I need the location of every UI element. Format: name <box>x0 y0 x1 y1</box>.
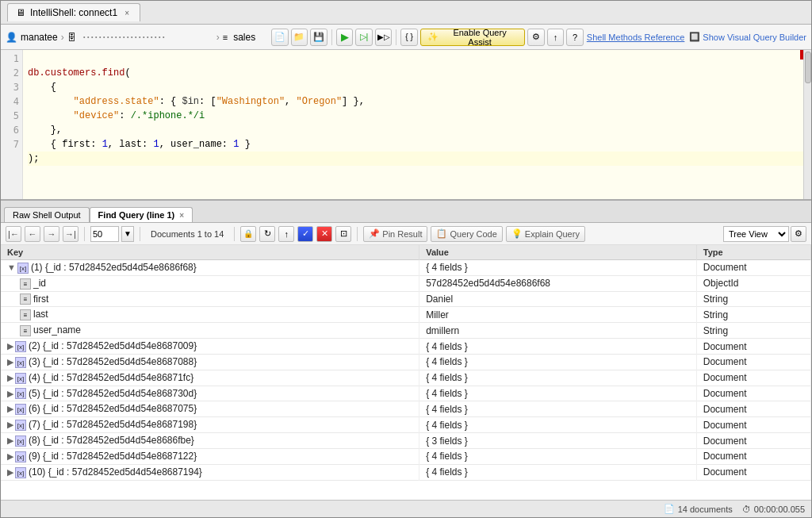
refresh-icon: ↻ <box>264 228 271 239</box>
run-more-button[interactable]: ▶▷ <box>375 29 393 46</box>
help-button[interactable]: ? <box>566 29 584 46</box>
table-row[interactable]: ≡lastMillerString <box>1 307 811 323</box>
open-folder-icon: 📁 <box>293 32 304 42</box>
nav-last-button[interactable]: →| <box>63 226 79 242</box>
vqb-label: Show Visual Query Builder <box>703 33 806 42</box>
cell-type: Document <box>696 417 810 433</box>
cell-key: ≡user_name <box>1 323 419 339</box>
cell-value: { 4 fields } <box>419 370 697 386</box>
table-row[interactable]: ≡firstDanielString <box>1 291 811 307</box>
table-row[interactable]: ▶[x](9) {_id : 57d28452ed5d4d54e8687122}… <box>1 448 811 464</box>
query-settings-button[interactable]: ⚙ <box>527 29 545 46</box>
view-mode-select[interactable]: Tree View Table View JSON View <box>723 226 789 242</box>
cell-value: Daniel <box>419 291 697 307</box>
table-row[interactable]: ▶[x](3) {_id : 57d28452ed5d4d54e8687088}… <box>1 354 811 370</box>
docs-info: Documents 1 to 14 <box>146 229 228 239</box>
copy-button[interactable]: ✓ <box>297 226 313 242</box>
status-doc-count: 📄 14 documents <box>664 504 733 514</box>
query-code-button[interactable]: 📋 Query Code <box>431 226 502 242</box>
run-more-icon: ▶▷ <box>377 33 390 41</box>
run-icon: ▶ <box>341 31 349 43</box>
lock-button[interactable]: 🔒 <box>240 226 256 242</box>
query-code-icon: 📋 <box>436 228 447 239</box>
doc-count-icon: 📄 <box>664 504 675 514</box>
cell-type: Document <box>696 448 810 464</box>
tab-find-label: Find Query (line 1) <box>98 210 175 220</box>
nav-next-button[interactable]: → <box>44 226 59 242</box>
breadcrumb-sep2: ····················· <box>82 29 166 45</box>
table-row[interactable]: ≡_id57d28452ed5d4d54e8686f68ObjectId <box>1 275 811 291</box>
delete-button[interactable]: ✕ <box>316 226 332 242</box>
tab-find-query[interactable]: Find Query (line 1) × <box>90 207 193 222</box>
editor-content[interactable]: db.customers.find( { "address.state": { … <box>23 50 811 199</box>
editor-scrollbar[interactable] <box>803 50 811 199</box>
title-tab-label: IntelliShell: connect1 <box>30 7 117 18</box>
run-step-button[interactable]: ▷| <box>355 29 373 46</box>
tab-find-close[interactable]: × <box>179 211 184 220</box>
nav-prev-icon: ← <box>29 229 37 239</box>
title-tab[interactable]: 🖥 IntelliShell: connect1 × <box>7 3 140 21</box>
time-label: 00:00:00.055 <box>754 505 805 514</box>
db-icon: ≡ <box>223 33 228 42</box>
nav-prev-button[interactable]: ← <box>25 226 40 242</box>
table-row[interactable]: ▶[x](2) {_id : 57d28452ed5d4d54e8687009}… <box>1 339 811 355</box>
cell-key: ≡first <box>1 291 419 307</box>
open-folder-button[interactable]: 📁 <box>291 29 308 46</box>
breadcrumb-sep3: › <box>216 32 220 43</box>
save-button[interactable]: 💾 <box>310 29 327 46</box>
shell-methods-ref-button[interactable]: Shell Methods Reference <box>587 33 685 42</box>
copy-icon: ✓ <box>302 228 309 239</box>
export2-button[interactable]: ↑ <box>278 226 294 242</box>
cell-type: Document <box>696 433 810 449</box>
filter-button[interactable]: ⊡ <box>335 226 351 242</box>
cell-type: Document <box>696 464 810 480</box>
run-button[interactable]: ▶ <box>336 29 354 46</box>
nav-first-icon: |← <box>8 229 19 239</box>
col-type: Type <box>696 245 810 260</box>
error-indicator <box>800 50 803 59</box>
refresh-button[interactable]: ↻ <box>259 226 275 242</box>
cell-key: ▶[x](7) {_id : 57d28452ed5d4d54e8687198} <box>1 417 419 433</box>
nav-next-icon: → <box>48 229 56 239</box>
table-row[interactable]: ▶[x](4) {_id : 57d28452ed5d4d54e86871fc}… <box>1 370 811 386</box>
explain-label: Explain Query <box>525 229 580 239</box>
new-file-button[interactable]: 📄 <box>271 29 289 46</box>
explain-query-button[interactable]: 💡 Explain Query <box>506 226 585 242</box>
clock-icon: ⏱ <box>742 505 751 514</box>
table-row[interactable]: ▶[x](5) {_id : 57d28452ed5d4d54e868730d}… <box>1 386 811 401</box>
results-tabs: Raw Shell Output Find Query (line 1) × <box>1 201 811 223</box>
results-table-container[interactable]: Key Value Type ▼[x](1) {_id : 57d28452ed… <box>1 245 811 500</box>
view-settings-button[interactable]: ⚙ <box>791 226 806 242</box>
enable-query-assist-button[interactable]: ✨ Enable Query Assist <box>420 29 525 46</box>
cell-key: ▶[x](5) {_id : 57d28452ed5d4d54e868730d} <box>1 386 419 401</box>
table-row[interactable]: ▶[x](8) {_id : 57d28452ed5d4d54e8686fbe}… <box>1 433 811 449</box>
page-size-input[interactable] <box>90 226 119 242</box>
table-row[interactable]: ▶[x](6) {_id : 57d28452ed5d4d54e8687075}… <box>1 401 811 417</box>
nav-last-icon: →| <box>65 229 76 239</box>
cell-value: { 3 fields } <box>419 433 697 449</box>
cell-value: { 4 fields } <box>419 260 697 276</box>
table-row[interactable]: ▼[x](1) {_id : 57d28452ed5d4d54e8686f68}… <box>1 260 811 276</box>
title-tab-close[interactable]: × <box>122 8 132 17</box>
breadcrumb-sep1: › <box>61 32 64 43</box>
filter-icon: ⊡ <box>340 228 347 239</box>
tab-raw-shell-output[interactable]: Raw Shell Output <box>4 207 90 222</box>
pin-result-button[interactable]: 📌 Pin Result <box>363 226 427 242</box>
table-row[interactable]: ▶[x](10) {_id : 57d28452ed5d4d54e8687194… <box>1 464 811 480</box>
results-toolbar: |← ← → →| ▼ Documents 1 to 14 🔒 <box>1 223 811 245</box>
export-button[interactable]: ↑ <box>547 29 565 46</box>
settings-icon: ⚙ <box>532 32 540 42</box>
format-button[interactable]: { } <box>400 29 418 46</box>
table-row[interactable]: ≡user_namedmillernString <box>1 323 811 339</box>
cell-value: 57d28452ed5d4d54e8686f68 <box>419 275 697 291</box>
cell-value: { 4 fields } <box>419 464 697 480</box>
tab-raw-label: Raw Shell Output <box>13 210 81 220</box>
table-row[interactable]: ▶[x](7) {_id : 57d28452ed5d4d54e8687198}… <box>1 417 811 433</box>
delete-icon: ✕ <box>321 228 328 239</box>
page-size-dropdown[interactable]: ▼ <box>121 226 134 242</box>
vqb-icon: 🔲 <box>689 32 700 42</box>
cell-type: Document <box>696 354 810 370</box>
show-vqb-button[interactable]: 🔲 Show Visual Query Builder <box>689 32 806 42</box>
nav-first-button[interactable]: |← <box>6 226 21 242</box>
database-icon: 🗄 <box>67 33 76 42</box>
